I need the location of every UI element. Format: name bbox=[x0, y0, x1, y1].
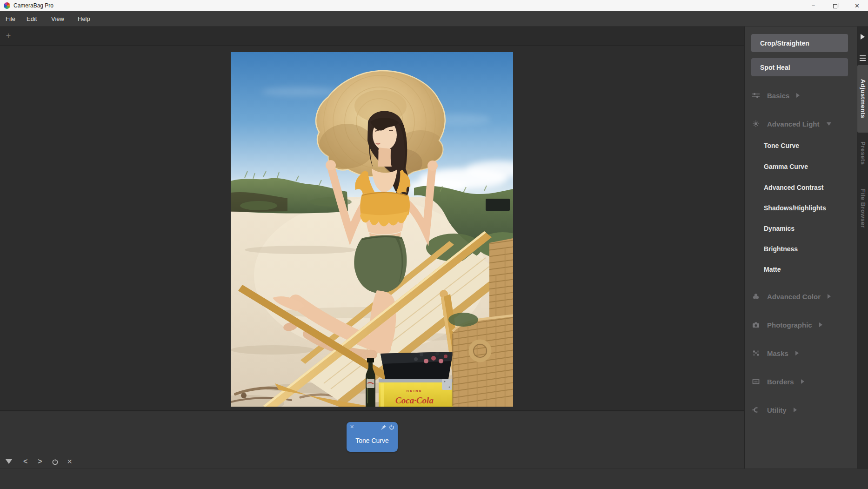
adjustment-brightness[interactable]: Brightness bbox=[745, 244, 857, 254]
category-basics[interactable]: Basics bbox=[745, 90, 857, 101]
app-logo-icon bbox=[4, 2, 10, 9]
pipeline-strip: ✕ Tone Curve < > ✕ bbox=[0, 410, 744, 469]
titlebar: CameraBag Pro − ✕ bbox=[0, 0, 868, 11]
add-image-button[interactable]: + bbox=[4, 31, 13, 40]
wrench-icon bbox=[752, 406, 760, 414]
panel-tabstrip: Adjustments Presets File Browser bbox=[857, 27, 868, 469]
category-masks[interactable]: Masks bbox=[745, 348, 857, 359]
pipeline-transport: < > ✕ bbox=[0, 456, 72, 467]
canvas-area: DRINK Coca·Cola bbox=[0, 46, 744, 410]
chevron-right-icon bbox=[801, 379, 804, 384]
cooler-brand-text: Coca·Cola bbox=[395, 395, 434, 405]
color-drops-icon bbox=[752, 293, 760, 300]
category-photographic[interactable]: Photographic bbox=[745, 319, 857, 330]
previous-icon[interactable]: < bbox=[23, 457, 27, 466]
chevron-right-icon bbox=[796, 93, 800, 98]
adjustment-tone-curve[interactable]: Tone Curve bbox=[745, 141, 857, 150]
tab-presets[interactable]: Presets bbox=[857, 138, 868, 168]
category-label: Masks bbox=[767, 349, 788, 357]
restore-icon bbox=[833, 4, 837, 8]
camera-icon bbox=[752, 321, 760, 328]
reset-power-icon[interactable] bbox=[52, 458, 59, 465]
tab-file-browser[interactable]: File Browser bbox=[857, 181, 868, 236]
restore-button[interactable] bbox=[824, 0, 846, 11]
menu-file[interactable]: File bbox=[3, 11, 18, 27]
tile-pin-icon[interactable] bbox=[381, 424, 387, 430]
category-label: Photographic bbox=[767, 321, 812, 329]
category-label: Advanced Light bbox=[767, 120, 820, 128]
chevron-right-icon bbox=[794, 408, 797, 412]
canvas-toolbar: + bbox=[0, 27, 744, 46]
distant-dark-object bbox=[486, 199, 510, 211]
category-advanced-color[interactable]: Advanced Color bbox=[745, 291, 857, 302]
category-label: Borders bbox=[767, 378, 794, 386]
chevron-down-icon bbox=[827, 122, 831, 126]
sun-icon bbox=[752, 120, 760, 127]
category-utility[interactable]: Utility bbox=[745, 404, 857, 415]
collapse-strip-icon[interactable] bbox=[6, 459, 12, 464]
photo-preview: DRINK Coca·Cola bbox=[231, 52, 513, 407]
footer-bar bbox=[0, 469, 868, 489]
close-button[interactable]: ✕ bbox=[846, 0, 868, 11]
collapse-panel-icon[interactable] bbox=[861, 34, 865, 40]
tab-adjustments[interactable]: Adjustments bbox=[857, 65, 868, 133]
checker-mask-icon bbox=[752, 349, 760, 357]
menu-edit[interactable]: Edit bbox=[24, 11, 40, 27]
category-label: Advanced Color bbox=[767, 293, 821, 301]
chevron-right-icon bbox=[795, 351, 799, 355]
frame-icon bbox=[752, 378, 760, 385]
category-label: Utility bbox=[767, 406, 787, 414]
chevron-right-icon bbox=[819, 322, 822, 327]
adjustment-matte[interactable]: Matte bbox=[745, 265, 857, 274]
adjustment-gamma-curve[interactable]: Gamma Curve bbox=[745, 162, 857, 171]
minimize-button[interactable]: − bbox=[802, 0, 824, 11]
chevron-right-icon bbox=[828, 294, 831, 299]
camerabag-window: CameraBag Pro − ✕ File Edit View Help + bbox=[0, 0, 868, 489]
tile-power-icon[interactable] bbox=[389, 424, 394, 430]
sliders-icon bbox=[752, 92, 760, 99]
tile-label: Tone Curve bbox=[347, 437, 398, 444]
category-borders[interactable]: Borders bbox=[745, 376, 857, 387]
tile-close-icon[interactable]: ✕ bbox=[350, 424, 354, 430]
category-advanced-light[interactable]: Advanced Light bbox=[745, 118, 857, 129]
adjustment-shadows-highlights[interactable]: Shadows/Highlights bbox=[745, 203, 857, 213]
adjustment-dynamics[interactable]: Dynamics bbox=[745, 224, 857, 233]
next-icon[interactable]: > bbox=[38, 457, 42, 466]
window-title: CameraBag Pro bbox=[13, 2, 53, 9]
menu-view[interactable]: View bbox=[48, 11, 67, 27]
cooler-drink-text: DRINK bbox=[407, 389, 423, 393]
clear-all-icon[interactable]: ✕ bbox=[67, 458, 73, 465]
spot-heal-button[interactable]: Spot Heal bbox=[751, 58, 848, 76]
menubar: File Edit View Help bbox=[0, 11, 868, 27]
beach-photo-illustration: DRINK Coca·Cola bbox=[231, 52, 513, 407]
window-controls: − ✕ bbox=[802, 0, 868, 11]
adjustments-panel: Crop/Straighten Spot Heal Basics Advance… bbox=[744, 27, 857, 469]
swimsuit-bottoms bbox=[354, 235, 407, 294]
category-label: Basics bbox=[767, 92, 789, 100]
crop-straighten-button[interactable]: Crop/Straighten bbox=[751, 34, 848, 52]
adjustment-advanced-contrast[interactable]: Advanced Contrast bbox=[745, 183, 857, 192]
pipeline-tile-tone-curve[interactable]: ✕ Tone Curve bbox=[347, 422, 398, 452]
panel-menu-icon[interactable] bbox=[860, 55, 866, 62]
menu-help[interactable]: Help bbox=[75, 11, 93, 27]
